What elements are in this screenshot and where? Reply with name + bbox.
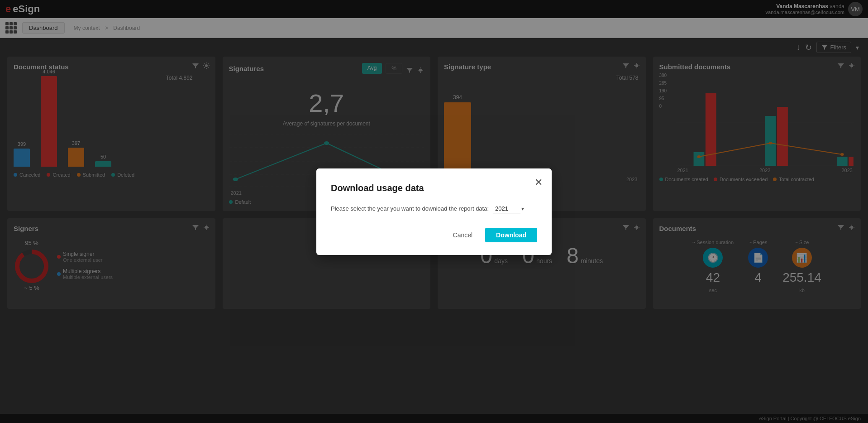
modal-footer: Cancel Download — [331, 228, 537, 242]
modal-body-text: Please select the year you want to downl… — [331, 205, 489, 212]
modal-close-button[interactable]: ✕ — [534, 177, 543, 188]
cancel-button[interactable]: Cancel — [446, 228, 480, 242]
modal-body: Please select the year you want to downl… — [331, 204, 537, 213]
modal-overlay: ✕ Download usage data Please select the … — [0, 0, 868, 423]
modal-title: Download usage data — [331, 183, 537, 193]
download-modal: ✕ Download usage data Please select the … — [316, 168, 552, 255]
chevron-down-icon: ▾ — [521, 206, 524, 212]
download-button[interactable]: Download — [485, 228, 537, 242]
year-select[interactable]: 2019 2020 2021 2022 2023 — [493, 204, 520, 213]
year-dropdown: 2019 2020 2021 2022 2023 ▾ — [493, 204, 524, 213]
